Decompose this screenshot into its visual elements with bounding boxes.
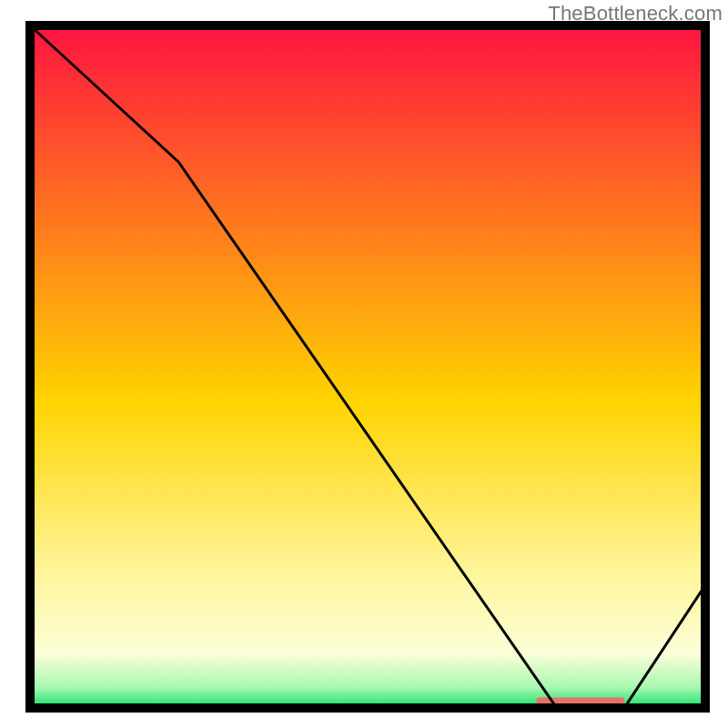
chart-container: TheBottleneck.com <box>0 0 728 728</box>
bottleneck-chart <box>0 0 728 728</box>
gradient-background <box>30 25 705 708</box>
